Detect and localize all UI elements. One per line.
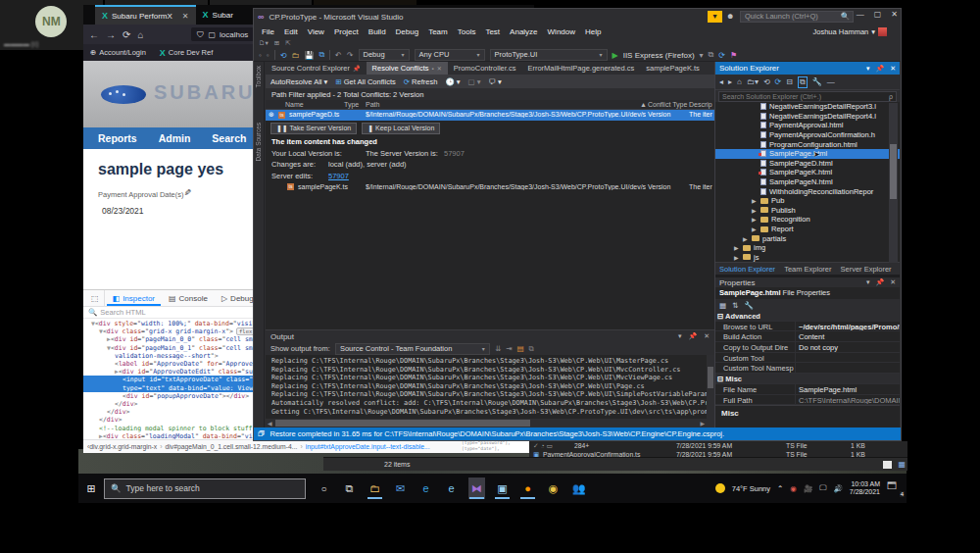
menu-item-file[interactable]: File (257, 27, 279, 36)
chevron-right-icon[interactable]: ▶ (743, 235, 749, 242)
reload-icon[interactable]: ⟳ (122, 29, 130, 40)
config-dropdown[interactable]: Debug▾ (359, 49, 410, 61)
file-row[interactable]: ✓ ◔ ▭ 284+ 7/28/2021 9:59 AM TS File 1 K… (529, 441, 907, 450)
mail-icon[interactable]: ✉ (392, 478, 409, 499)
chevron-up-icon[interactable]: ⌃ (777, 484, 783, 493)
chevron-down-icon[interactable]: ▾ (700, 51, 704, 60)
close-icon[interactable]: ✕ (890, 278, 896, 286)
doc-tab-resolve-conflicts[interactable]: Resolve Conflicts▪✕ (367, 62, 448, 75)
col-conflict-type[interactable]: Conflict Type (648, 101, 687, 108)
output-log[interactable]: Replacing C:\TFS\Internal\Rouge\DOMAIN\S… (266, 355, 714, 419)
property-row-full-path[interactable]: Full PathC:\TFS\Internal\Rouge\DOMAIN\Su… (715, 395, 900, 406)
solution-explorer-header[interactable]: Solution Explorer ▾ 📌 ✕ (715, 62, 900, 75)
scrollbar-thumb[interactable] (275, 420, 530, 427)
open-folder-icon[interactable]: 🗀 (291, 51, 299, 60)
doc-tab-samplepagek-ts[interactable]: samplePageK.ts (640, 62, 706, 75)
nav-admin[interactable]: Admin (159, 132, 191, 144)
comment-button[interactable]: 🗩 ▾ (489, 77, 502, 86)
properties-wrench-icon[interactable]: 🔧 (812, 77, 822, 86)
bottom-tab-server-explorer[interactable]: Server Explorer (840, 265, 891, 274)
property-section-misc[interactable]: ⊟ Misc (715, 374, 900, 384)
alphabetical-icon[interactable]: ⇅ (732, 301, 738, 310)
file-explorer-icon[interactable]: 🗀 (367, 478, 383, 499)
data-sources-tab[interactable]: Data Sources (255, 123, 262, 161)
col-name[interactable]: Name (285, 101, 304, 108)
feedback-person-icon[interactable]: ☻ (726, 12, 734, 21)
weather-text[interactable]: 74°F Sunny (732, 484, 770, 493)
bookmark-account-login[interactable]: ⊕Account/Login (90, 48, 146, 57)
chevron-down-icon[interactable]: ▾ (866, 65, 870, 73)
menu-item-build[interactable]: Build (364, 27, 391, 36)
window-layout-icon[interactable]: ⧉ (709, 50, 714, 60)
pin-icon[interactable]: 📌 (688, 332, 697, 340)
property-row-browse-to-url[interactable]: Browse to URL~/dev/src/html/pages/Promo/… (715, 322, 900, 332)
nav-search[interactable]: Search (212, 132, 246, 144)
nav-forward-icon[interactable]: ◦ (267, 51, 270, 60)
sync-icon[interactable]: ⟲ (763, 77, 770, 86)
conflict-row-selected[interactable]: ⊛ ts samplePageD.ts $/Internal/Rouge/DOM… (266, 110, 714, 121)
minimize-button[interactable]: — (857, 10, 864, 19)
property-pages-icon[interactable]: 🔧 (744, 301, 753, 310)
bottom-tab-solution-explorer[interactable]: Solution Explorer (719, 265, 775, 274)
chevron-right-icon[interactable]: ▶ (734, 254, 740, 261)
visual-studio-icon[interactable]: ⧓ (468, 478, 485, 499)
task-view-icon[interactable]: ⧉ (341, 478, 358, 499)
bookmark-core-dev-ref[interactable]: XCore Dev Ref (160, 48, 213, 58)
home-icon[interactable]: ⌂ (137, 29, 143, 40)
new-file-icon[interactable]: 🗋▾ (259, 39, 269, 47)
run-target-label[interactable]: IIS Express (Firefox) (623, 51, 695, 60)
menu-item-edit[interactable]: Edit (279, 27, 303, 36)
tab-inspector[interactable]: ◧Inspector (107, 290, 161, 306)
weather-sun-icon[interactable] (715, 483, 725, 493)
tree-item-paymentapprovalconfirmation-h[interactable]: PaymentApprovalConfirmation.h (715, 130, 900, 140)
toolbox-tab[interactable]: Toolbox (255, 66, 262, 87)
back-icon[interactable]: ← (89, 29, 99, 40)
save-all-icon[interactable]: ⧉ (318, 50, 324, 60)
tree-item-publish[interactable]: ▶Publish (715, 206, 900, 216)
get-all-conflicts-button[interactable]: ⊞ Get All Conflicts (335, 77, 395, 86)
solution-search-input[interactable]: Search Solution Explorer (Ctrl+.) ρ (718, 91, 897, 102)
property-value[interactable]: C:\TFS\Internal\Rouge\DOMAIN\SubaruF (796, 395, 900, 405)
chevron-down-icon[interactable]: ▾ (866, 278, 870, 286)
flag-icon[interactable]: ⚑ (730, 51, 737, 60)
firefox-icon[interactable]: ● (519, 478, 536, 499)
tree-item-js[interactable]: ▶js (715, 253, 900, 263)
toggle-icon[interactable]: ⧉ (529, 344, 534, 354)
property-value[interactable]: Content (796, 331, 900, 341)
camera-icon[interactable]: 🎥 (804, 484, 812, 493)
user-account[interactable]: Joshua Hamman▾ (813, 27, 887, 36)
menu-item-view[interactable]: View (303, 27, 329, 36)
home-icon[interactable]: ⌂ (737, 77, 742, 86)
menu-item-analyze[interactable]: Analyze (505, 27, 542, 36)
scrollbar[interactable] (889, 103, 898, 263)
open-icon[interactable]: ⇱ (285, 39, 290, 47)
nav-reports[interactable]: Reports (98, 132, 137, 144)
tree-item-report[interactable]: ▶Report (715, 225, 900, 234)
menu-item-tools[interactable]: Tools (453, 27, 481, 36)
more-icon[interactable]: — (827, 77, 835, 86)
menu-item-project[interactable]: Project (329, 27, 364, 36)
refresh-button[interactable]: ⟳ Refresh (404, 77, 438, 86)
pick-element-icon[interactable]: ⬚ (86, 290, 105, 306)
filter-icon[interactable]: ▼ (708, 11, 722, 23)
property-value[interactable]: SamplePage.html (796, 384, 900, 394)
property-value[interactable] (796, 363, 900, 373)
tree-item-samplepagen-html[interactable]: SamplePageN.html (715, 177, 900, 187)
run-icon[interactable]: ▶ (612, 51, 618, 60)
doc-tab-errormailhtmlpage-generated-cs[interactable]: ErrorMailHtmlPage.generated.cs (521, 62, 640, 75)
close-icon[interactable]: ✕ (704, 332, 710, 340)
pin-icon[interactable]: 📌 (353, 65, 361, 72)
menu-item-debug[interactable]: Debug (391, 27, 424, 36)
breadcrumb-item[interactable]: div.grid-x.grid-margin-x (89, 443, 157, 450)
menu-item-window[interactable]: Window (543, 27, 580, 36)
edge-icon[interactable]: e (417, 478, 434, 499)
horizontal-scrollbar[interactable]: ◀ ▶ (266, 419, 714, 427)
scroll-left-icon[interactable]: ◀ (268, 420, 272, 427)
bottom-tab-team-explorer[interactable]: Team Explorer (784, 265, 831, 274)
scrollbar[interactable] (707, 355, 714, 419)
tab-close-icon[interactable]: ✕ (182, 12, 189, 21)
volume-icon[interactable]: 🔊 (833, 484, 842, 493)
compare-button[interactable]: ▢ ▾ (468, 77, 481, 86)
breadcrumb-item[interactable]: div#pageMain_0_1.cell.small-12.medium-4.… (166, 443, 298, 450)
add-item-icon[interactable]: ⊞ (274, 39, 279, 47)
